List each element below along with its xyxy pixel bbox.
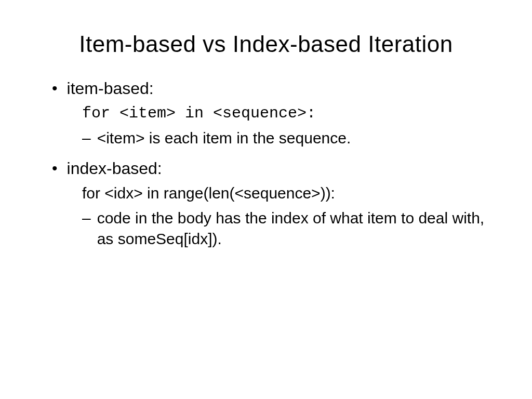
code-item-based: for <item> in <sequence>:: [82, 103, 490, 124]
sub-bullet-2: – code in the body has the index of what…: [82, 208, 490, 249]
bullet-marker: •: [52, 78, 58, 99]
bullet-item-2: • index-based:: [52, 158, 490, 179]
slide-content: • item-based: for <item> in <sequence>: …: [42, 78, 490, 249]
bullet-item-1: • item-based:: [52, 78, 490, 99]
sub-bullet-1: – <item> is each item in the sequence.: [82, 128, 490, 149]
bullet-marker: •: [52, 158, 58, 179]
code-index-based: for <idx> in range(len(<sequence>)):: [82, 183, 490, 204]
dash-marker: –: [82, 128, 91, 149]
sub-text-2: code in the body has the index of what i…: [97, 208, 490, 249]
sub-text-1: <item> is each item in the sequence.: [97, 128, 351, 149]
bullet-label-1: item-based:: [67, 78, 154, 99]
dash-marker: –: [82, 208, 91, 229]
slide-title: Item-based vs Index-based Iteration: [42, 31, 490, 57]
bullet-label-2: index-based:: [67, 158, 162, 179]
